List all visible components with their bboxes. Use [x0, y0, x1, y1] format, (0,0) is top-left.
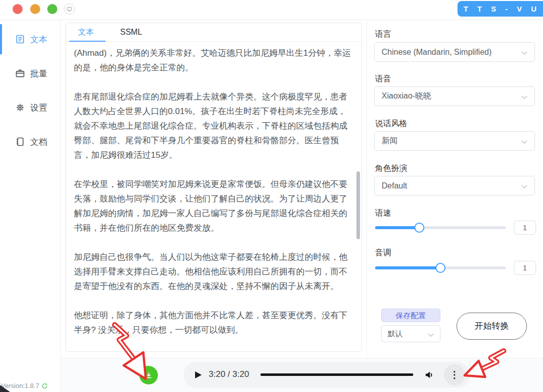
speed-label: 语速	[375, 208, 391, 219]
download-audio-button[interactable]	[139, 366, 158, 384]
save-config-button[interactable]: 保存配置	[381, 309, 440, 322]
speaker-icon	[424, 369, 435, 380]
paragraph: 在学校里，被同学嘲笑对加尼姆来说更是家常便饭。但母亲仍建议他不要失落，鼓励他与同…	[74, 177, 352, 235]
pitch-slider-fill	[375, 266, 440, 269]
sidebar-item-label: 文档	[30, 136, 47, 148]
gear-icon	[15, 103, 25, 113]
language-value: Chinese (Mandarin, Simplified)	[382, 48, 492, 57]
sidebar-item-label: 设置	[30, 102, 47, 114]
role-select[interactable]: Default	[374, 176, 535, 195]
sidebar-item-label: 批量	[30, 68, 47, 79]
batch-box-icon	[15, 68, 25, 78]
pitch-slider[interactable]	[375, 266, 506, 269]
paragraph: 患有尾部退化综合症的加尼姆看上去就像个异类。这个病极度罕见，患者人数大约占全世界…	[74, 89, 352, 162]
more-options-button[interactable]: ⋮	[444, 364, 465, 385]
minimize-window-button[interactable]	[30, 4, 40, 14]
role-value: Default	[382, 181, 407, 190]
editor-tabbar: 文本 SSML	[66, 23, 361, 42]
voice-label: 语音	[375, 74, 391, 84]
style-select[interactable]: 新闻	[374, 131, 535, 151]
play-button[interactable]	[195, 371, 202, 381]
sidebar: 文本 批量 设置 文档 Version:1.8.7	[0, 21, 61, 392]
speed-slider-fill	[375, 226, 419, 229]
preset-value: 默认	[388, 329, 403, 339]
tab-text[interactable]: 文本	[78, 23, 94, 41]
voice-value: Xiaoxiao-晓晓	[382, 91, 431, 102]
audio-player: 3:20 / 3:20 ⋮	[184, 362, 470, 388]
language-select[interactable]: Chinese (Mandarin, Simplified)	[374, 42, 535, 62]
sidebar-item-batch[interactable]: 批量	[0, 61, 60, 85]
scrollbar-thumb[interactable]	[356, 171, 360, 239]
player-bar: 3:20 / 3:20 ⋮	[61, 358, 543, 392]
active-tab-underline	[69, 41, 106, 42]
speed-slider[interactable]	[375, 226, 506, 229]
docs-book-icon	[15, 137, 25, 147]
maximize-window-button[interactable]	[47, 4, 57, 14]
volume-button[interactable]	[424, 369, 435, 382]
document-icon	[15, 34, 25, 44]
language-label: 语言	[375, 29, 391, 40]
download-icon	[144, 371, 153, 380]
chevron-down-icon	[521, 92, 527, 101]
always-on-top-button[interactable]	[64, 4, 75, 15]
chevron-down-icon	[521, 137, 527, 146]
text-input-area[interactable]: (Ahmad)，兄弟俩的关系非常好。艾哈迈德只比加尼姆早出生1分钟，幸运的是，他…	[66, 42, 361, 351]
speed-value-input[interactable]: 1	[514, 221, 536, 235]
sidebar-item-settings[interactable]: 设置	[0, 95, 60, 120]
voice-select[interactable]: Xiaoxiao-晓晓	[374, 86, 535, 106]
pitch-label: 音调	[375, 248, 391, 258]
tab-ssml[interactable]: SSML	[120, 23, 142, 41]
close-window-button[interactable]	[13, 4, 23, 14]
text-editor-card: 文本 SSML (Ahmad)，兄弟俩的关系非常好。艾哈迈德只比加尼姆早出生1分…	[65, 23, 362, 352]
preset-select[interactable]: 默认	[381, 325, 440, 342]
chevron-down-icon	[428, 330, 434, 338]
paragraph: 他想证明，除了身体，其他方面他并不比常人差，甚至要更优秀。没有下半身? 没关系，…	[74, 308, 352, 337]
role-label: 角色扮演	[375, 163, 407, 174]
app-logo: T T S - V U E	[458, 1, 543, 17]
settings-panel: 语言 Chinese (Mandarin, Simplified) 语音 Xia…	[367, 21, 543, 358]
start-convert-button[interactable]: 开始转换	[457, 313, 527, 340]
progress-bar[interactable]	[260, 373, 413, 376]
chevron-down-icon	[521, 48, 527, 57]
cursor-artifact	[0, 385, 10, 392]
sidebar-item-text[interactable]: 文本	[0, 27, 60, 51]
paragraph: 加尼姆自己也很争气。当人们以为他这辈子都要在轮椅上度过的时候，他选择用手臂来支撑…	[74, 250, 352, 293]
title-bar: T T S - V U E	[0, 0, 543, 20]
sidebar-item-label: 文本	[30, 34, 47, 45]
monitor-icon	[66, 6, 72, 12]
chevron-down-icon	[521, 181, 527, 190]
sidebar-item-docs[interactable]: 文档	[0, 130, 60, 154]
speed-slider-handle[interactable]	[414, 223, 424, 233]
tts-vue-window: T T S - V U E 文本 批量 设置 文档	[0, 0, 543, 392]
play-icon	[195, 371, 202, 379]
refresh-icon[interactable]	[41, 382, 48, 389]
style-label: 说话风格	[375, 119, 407, 129]
pitch-slider-handle[interactable]	[435, 263, 445, 273]
paragraph: (Ahmad)，兄弟俩的关系非常好。艾哈迈德只比加尼姆早出生1分钟，幸运的是，他…	[74, 46, 352, 75]
playback-time: 3:20 / 3:20	[209, 369, 249, 379]
style-value: 新闻	[382, 136, 398, 146]
pitch-value-input[interactable]: 1	[514, 261, 536, 275]
